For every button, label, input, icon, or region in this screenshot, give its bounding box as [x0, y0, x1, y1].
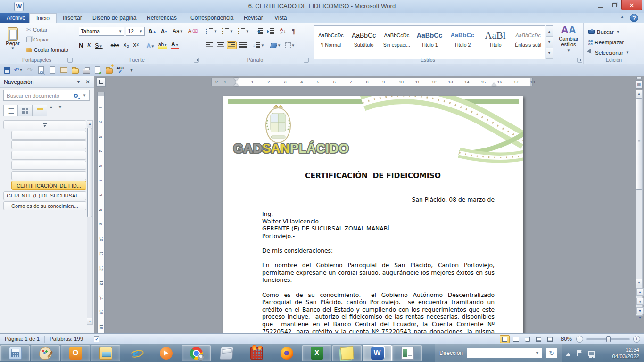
nav-search-input[interactable]: Buscar en documento ▼	[3, 90, 90, 101]
superscript-button[interactable]: X²	[133, 42, 139, 49]
tab-diseno-de-pagina[interactable]: Diseño de página	[86, 13, 143, 23]
network-icon[interactable]	[588, 351, 595, 356]
dialog-launcher-portapapeles[interactable]	[67, 58, 73, 63]
taskbar-calculator-button[interactable]	[0, 345, 30, 361]
nav-scroll-thumb[interactable]	[87, 128, 92, 217]
dialog-launcher-estilos[interactable]	[577, 58, 582, 63]
tab-selector-box[interactable]	[96, 77, 106, 87]
undo-button[interactable]: ↶▼	[14, 66, 23, 74]
minimize-ribbon-icon[interactable]: ▲	[619, 15, 626, 21]
taskbar-chrome-button[interactable]	[182, 345, 211, 361]
scroll-up-icon[interactable]: ▲	[636, 90, 642, 97]
horizontal-ruler[interactable]: 21123456789101112131415161718	[211, 78, 533, 86]
nav-heading[interactable]	[11, 171, 86, 180]
tab-vista[interactable]: Vista	[268, 13, 293, 23]
hanging-indent-marker[interactable]	[234, 81, 239, 86]
vertical-scrollbar[interactable]: ▲ ▼ ▲▲ ● ▼▼	[636, 90, 643, 316]
print-preview-button[interactable]	[37, 66, 45, 74]
scroll-down-icon[interactable]: ▼	[636, 279, 642, 286]
replace-button[interactable]: Reemplazar	[594, 37, 624, 47]
taskbar-downloader-button[interactable]	[242, 345, 271, 361]
vertical-ruler[interactable]: 12345678910111213141516	[97, 92, 105, 333]
address-input[interactable]: ▼	[467, 348, 542, 358]
print-button[interactable]	[82, 66, 91, 74]
increase-indent-button[interactable]	[265, 27, 275, 35]
new-document-button[interactable]	[48, 66, 57, 74]
right-indent-marker[interactable]	[492, 81, 496, 86]
nav-close-icon[interactable]: ✕	[85, 79, 90, 85]
page-indicator[interactable]: Página: 1 de 1	[0, 336, 45, 343]
italic-button[interactable]: K	[87, 41, 91, 49]
align-center-button[interactable]	[215, 41, 225, 49]
bullets-button[interactable]: ▼	[204, 27, 219, 35]
draft-view-button[interactable]	[545, 335, 555, 343]
save-button[interactable]	[3, 66, 11, 74]
font-color-button[interactable]: A▼	[171, 42, 179, 49]
nav-heading[interactable]	[3, 120, 86, 129]
paste-button[interactable]: Pegar ▼	[3, 25, 23, 59]
nav-tab-pages[interactable]	[18, 105, 33, 116]
taskbar-media-player-button[interactable]	[151, 345, 181, 361]
underline-button[interactable]: S▼	[95, 42, 103, 49]
tab-insertar[interactable]: Insertar	[56, 13, 89, 23]
taskbar-image-viewer-button[interactable]	[393, 345, 422, 361]
sort-button[interactable]: AZ↓	[279, 26, 288, 36]
nav-heading[interactable]	[11, 161, 86, 170]
font-name-combo[interactable]: Tahoma▼	[79, 27, 124, 36]
justify-button[interactable]	[238, 41, 248, 49]
web-layout-view-button[interactable]	[522, 335, 532, 343]
paste-dropdown-icon[interactable]: ▼	[11, 46, 15, 50]
zoom-level[interactable]: 80%	[561, 336, 572, 342]
taskbar-sticky-notes-button[interactable]	[332, 345, 362, 361]
outline-view-button[interactable]	[534, 335, 544, 343]
nav-heading[interactable]	[11, 140, 86, 149]
select-button[interactable]: Seleccionar▼	[595, 48, 629, 58]
change-case-button[interactable]: Aa▼	[171, 26, 185, 36]
taskbar-excel-button[interactable]	[302, 345, 331, 361]
previous-heading-icon[interactable]: ▲	[49, 105, 53, 116]
taskbar-paint-button[interactable]	[31, 345, 60, 361]
dialog-launcher-parrafo[interactable]	[304, 58, 309, 63]
tab-archivo[interactable]: Archivo	[0, 13, 32, 23]
taskbar-word-button[interactable]	[363, 345, 392, 361]
proofing-status-icon[interactable]	[94, 336, 99, 342]
multilevel-list-button[interactable]: ▼	[236, 27, 251, 35]
address-go-button[interactable]: ↻	[546, 348, 557, 358]
document-page[interactable]: GADSANPLÁCIDO CERTIFICACIÓN DE FIDEICOMI…	[223, 96, 523, 333]
style-normal[interactable]: AaBbCcDc ¶ Normal	[314, 26, 347, 59]
text-effects-button[interactable]: A▼	[147, 42, 155, 49]
restore-button[interactable]	[607, 0, 621, 10]
nav-scroll-up-icon[interactable]: ▲	[87, 121, 92, 127]
edit-button[interactable]	[93, 66, 102, 74]
tab-referencias[interactable]: Referencias	[140, 13, 183, 23]
nav-menu-dropdown-icon[interactable]: ▼	[76, 80, 81, 84]
nav-heading[interactable]	[11, 151, 86, 160]
previous-page-button[interactable]: ▲▲	[636, 288, 644, 296]
taskbar-clock[interactable]: 12:34 04/03/2022	[612, 346, 639, 360]
scroll-thumb[interactable]	[636, 98, 642, 190]
nav-tab-headings[interactable]	[3, 105, 18, 116]
highlight-color-button[interactable]: ab▼	[158, 42, 167, 49]
tab-revisar[interactable]: Revisar	[237, 13, 270, 23]
strikethrough-button[interactable]: abe	[111, 42, 119, 48]
minimize-button[interactable]	[593, 0, 607, 10]
search-options-dropdown-icon[interactable]: ▼	[83, 93, 86, 98]
taskbar-outlook-button[interactable]	[61, 345, 90, 361]
print-layout-view-button[interactable]	[500, 335, 510, 343]
select-browse-object-button[interactable]: ●	[636, 298, 644, 305]
shading-button[interactable]: ▼	[269, 42, 282, 49]
taskbar-scanner-button[interactable]	[212, 345, 241, 361]
copy-button[interactable]: Copiar	[33, 37, 49, 42]
nav-heading[interactable]	[11, 131, 86, 140]
show-hidden-icons-button[interactable]	[566, 350, 570, 356]
options-button[interactable]	[105, 66, 113, 74]
shrink-font-button[interactable]: A▼	[159, 26, 169, 36]
bold-button[interactable]: N	[79, 42, 83, 49]
line-spacing-button[interactable]: ↕▼	[251, 41, 266, 49]
next-heading-icon[interactable]: ▼	[58, 105, 62, 116]
open-button[interactable]	[71, 66, 79, 74]
zoom-in-button[interactable]: +	[633, 336, 640, 343]
collapse-icon[interactable]	[43, 123, 47, 127]
style-sin-espaciado[interactable]: AaBbCcDc Sin espaci...	[380, 26, 413, 59]
clear-formatting-button[interactable]: A⌫	[187, 26, 199, 36]
